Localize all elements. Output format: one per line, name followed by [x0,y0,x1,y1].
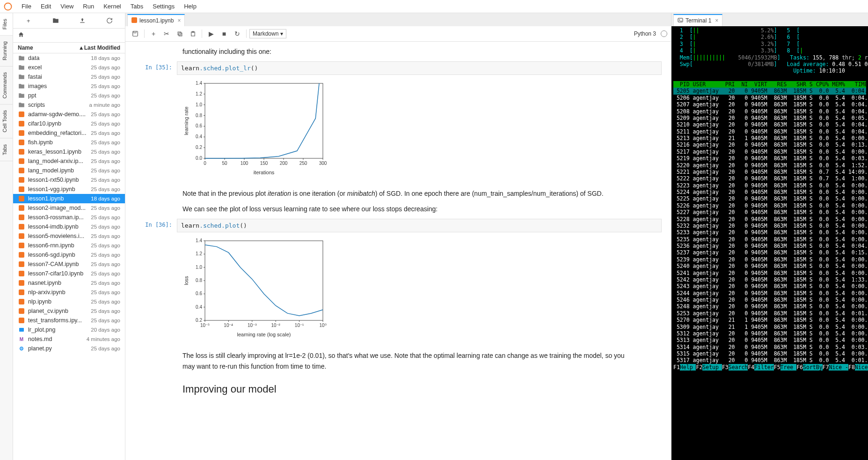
paste-button[interactable] [187,28,199,39]
file-row[interactable]: keras_lesson1.ipynb25 days ago [13,147,125,156]
menu-settings[interactable]: Settings [148,1,179,12]
name-column-header[interactable]: Name [18,45,77,51]
nb-icon [18,111,25,117]
file-modified: 25 days ago [91,83,120,89]
file-row[interactable]: planet_cv.ipynb25 days ago [13,306,125,316]
file-row[interactable]: nlp.ipynb25 days ago [13,297,125,306]
menu-tabs[interactable]: Tabs [126,1,148,12]
svg-text:10⁻²: 10⁻² [271,323,280,328]
file-row[interactable]: lesson6-rnn.ipynb25 days ago [13,241,125,250]
run-button[interactable]: ▶ [205,28,217,39]
file-row[interactable]: Mnotes.md4 minutes ago [13,334,125,344]
md-note-iteration: Note that in the previous plot iteration… [135,188,662,203]
file-name: lesson7-cifar10.ipynb [28,270,91,277]
left-tab-files[interactable]: Files [0,13,13,36]
nb-icon [18,158,25,164]
copy-button[interactable] [174,28,186,39]
svg-text:10⁻³: 10⁻³ [248,323,257,328]
new-launcher-button[interactable]: + [23,16,34,25]
file-modified: 25 days ago [91,168,120,173]
notebook-body[interactable]: functionality including this one: In [35… [125,42,671,460]
file-row[interactable]: cifar10.ipynb25 days ago [13,119,125,128]
file-row[interactable]: scriptsa minute ago [13,100,125,110]
code-input[interactable]: learn.sched.plot_lr() [177,61,662,75]
close-icon[interactable]: × [177,17,181,24]
svg-rect-20 [19,289,24,295]
file-row[interactable]: lesson3-rossman.ip...25 days ago [13,213,125,222]
menu-edit[interactable]: Edit [36,1,56,12]
modified-column-header[interactable]: Last Modified [84,45,120,51]
left-tab-commands[interactable]: Commands [0,67,13,104]
file-row[interactable]: lesson5-movielens.i...25 days ago [13,231,125,241]
menu-file[interactable]: File [17,1,36,12]
file-modified: 25 days ago [91,121,120,126]
refresh-button[interactable] [104,16,115,25]
menu-help[interactable]: Help [179,1,201,12]
new-folder-button[interactable] [50,16,61,25]
file-modified: 25 days ago [91,280,120,286]
menu-view[interactable]: View [56,1,78,12]
svg-text:300: 300 [319,161,327,166]
kernel-name[interactable]: Python 3 [634,30,660,37]
file-row[interactable]: test_transforms.ipy...25 days ago [13,316,125,325]
upload-button[interactable] [77,16,88,25]
restart-button[interactable]: ↻ [231,28,243,39]
file-modified: 25 days ago [91,233,120,239]
file-row[interactable]: lesson1.ipynb18 days ago [13,194,125,203]
cut-button[interactable]: ✂ [160,28,173,39]
svg-text:100: 100 [241,161,248,166]
file-row[interactable]: nlp-arxiv.ipynb25 days ago [13,288,125,297]
file-row[interactable]: data18 days ago [13,53,125,63]
file-row[interactable]: fastai25 days ago [13,72,125,82]
menu-run[interactable]: Run [78,1,99,12]
file-row[interactable]: adamw-sgdw-demo....25 days ago [13,110,125,119]
file-row[interactable]: lesson7-CAM.ipynb25 days ago [13,260,125,269]
tab-lesson1[interactable]: lesson1.ipynb × [127,14,185,26]
celltype-select[interactable]: Markdown ▾ [249,29,286,38]
nb-icon [18,140,25,145]
tab-terminal-1[interactable]: Terminal 1 × [673,14,722,26]
svg-text:10⁻¹: 10⁻¹ [295,323,304,328]
file-row[interactable]: ⚙planet.py25 days ago [13,344,125,353]
file-row[interactable]: lang_model.ipynb25 days ago [13,166,125,175]
nb-icon [18,177,25,183]
file-row[interactable]: ppt25 days ago [13,91,125,100]
breadcrumb[interactable] [13,29,125,43]
file-row[interactable]: lesson7-cifar10.ipynb25 days ago [13,269,125,278]
file-row[interactable]: lesson1-vgg.ipynb25 days ago [13,185,125,194]
file-list-header[interactable]: Name ▲ Last Modified [13,43,125,53]
left-tab-running[interactable]: Running [0,36,13,67]
file-row[interactable]: embedding_refactori...25 days ago [13,128,125,138]
file-row[interactable]: excel25 days ago [13,63,125,72]
svg-rect-21 [19,299,24,304]
file-row[interactable]: lr_plot.png20 days ago [13,325,125,334]
left-tab-tabs[interactable]: Tabs [0,139,13,161]
nb-icon [18,215,25,220]
svg-rect-4 [19,140,24,145]
cell-output: 0.00.20.40.60.81.01.21.40501001502002503… [135,75,662,181]
nb-icon [18,196,25,201]
stop-button[interactable]: ■ [218,28,230,39]
file-row[interactable]: lang_model-arxiv.ip...25 days ago [13,156,125,166]
file-row[interactable]: lesson2-image_mod...25 days ago [13,203,125,213]
left-tab-cell-tools[interactable]: Cell Tools [0,104,13,139]
file-row[interactable]: nasnet.ipynb25 days ago [13,278,125,288]
nb-icon [18,252,25,258]
file-list[interactable]: data18 days agoexcel25 days agofastai25 … [13,53,125,460]
file-row[interactable]: lesson6-sgd.ipynb25 days ago [13,250,125,260]
terminal-body[interactable]: 1 [|| 5.2%] 5 [ 0.6%] 2 [| 2.6%] 6 [ 0.0… [671,26,868,460]
kernel-status-icon[interactable] [661,30,667,37]
md-loss-vs-lr: We can see the plot of loss versus learn… [135,204,662,219]
file-row[interactable]: fish.ipynb25 days ago [13,138,125,147]
file-name: ppt [28,92,91,99]
file-row[interactable]: lesson1-rxt50.ipynb25 days ago [13,175,125,185]
close-icon[interactable]: × [715,17,718,24]
menu-kernel[interactable]: Kernel [99,1,126,12]
file-name: test_transforms.ipy... [28,317,91,324]
file-row[interactable]: images25 days ago [13,82,125,91]
save-button[interactable] [129,28,141,39]
code-input[interactable]: learn.sched.plot() [177,219,662,232]
add-cell-button[interactable]: + [147,28,160,39]
svg-rect-5 [19,149,24,155]
file-row[interactable]: lesson4-imdb.ipynb25 days ago [13,222,125,231]
